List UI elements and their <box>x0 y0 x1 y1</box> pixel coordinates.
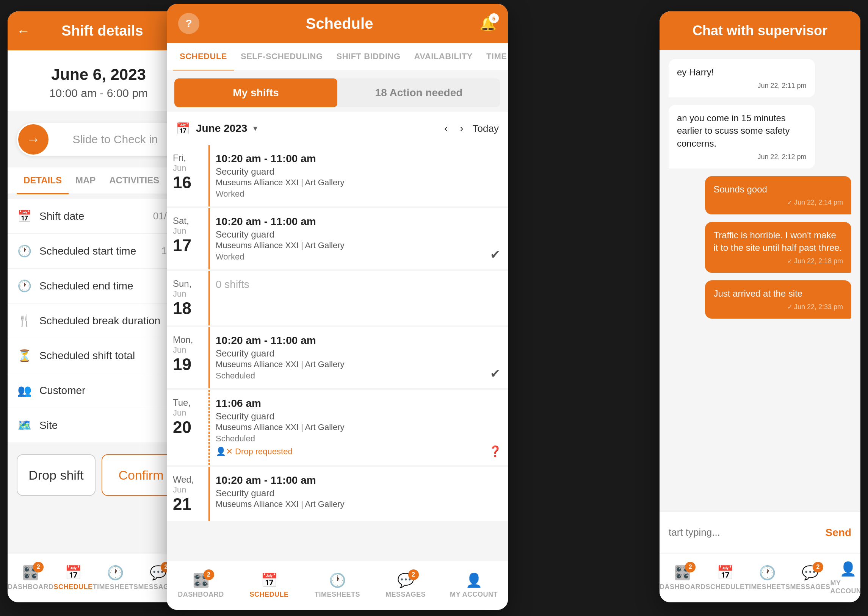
shift-row-sun-18: Sun, Jun 18 0 shifts <box>167 271 508 325</box>
msg-1-text: ey Harry! <box>677 66 807 79</box>
drop-icon: 👤✕ <box>216 447 233 457</box>
shift-bottom-nav: 🎛️2 DASHBOARD 📅 SCHEDULE 🕐 TIMESHEETS 💬2… <box>8 553 189 602</box>
month-navigation: 📅 June 2023 ▾ ‹ › Today <box>167 112 508 145</box>
shift-time-range: 10:00 am - 6:00 pm <box>17 87 180 100</box>
schedule-icon: 📅 <box>65 565 82 581</box>
nav-dashboard-label: DASHBOARD <box>8 583 54 591</box>
chat-schedule-icon: 📅 <box>717 565 734 581</box>
prev-month-button[interactable]: ‹ <box>441 119 451 138</box>
send-button[interactable]: Send <box>825 526 851 539</box>
sched-timesheets-label: TIMESHEETS <box>315 591 360 599</box>
msg-3: Sounds good ✓ Jun 22, 2:14 pm <box>705 176 851 214</box>
map-icon: 🗺️ <box>17 419 32 432</box>
tab-activities[interactable]: ACTIVITIES <box>102 167 166 194</box>
msg-4: Traffic is horrible. I won't make it to … <box>705 222 851 273</box>
tab-schedule[interactable]: SCHEDULE <box>173 43 234 71</box>
notification-button[interactable]: 🔔 5 <box>479 16 496 31</box>
sched-nav-messages[interactable]: 💬2 MESSAGES <box>372 572 440 599</box>
sched-messages-label: MESSAGES <box>386 591 426 599</box>
chat-nav-account[interactable]: 👤 MY ACCOUNT <box>830 561 860 595</box>
day-content-tue-20: 11:06 am Security guard Museums Alliance… <box>208 390 508 465</box>
chat-title: Chat with supervisor <box>669 23 851 39</box>
sched-schedule-label: SCHEDULE <box>249 591 288 599</box>
chat-input[interactable] <box>669 526 819 538</box>
notification-badge: 5 <box>489 13 499 23</box>
month-name: June 2023 <box>196 123 247 135</box>
my-shifts-toggle[interactable]: My shifts <box>174 79 337 107</box>
drop-shift-button[interactable]: Drop shift <box>17 454 96 496</box>
drop-help-icon[interactable]: ❓ <box>488 445 502 458</box>
shift-date-section: June 6, 2023 10:00 am - 6:00 pm <box>8 50 189 112</box>
chat-nav-messages[interactable]: 💬2 MESSAGES <box>790 565 830 591</box>
day-content-sat-17: 10:20 am - 11:00 am Security guard Museu… <box>208 208 508 269</box>
nav-dashboard[interactable]: 🎛️2 DASHBOARD <box>8 565 54 591</box>
clock-end-icon: 🕐 <box>17 279 32 292</box>
tab-time-off[interactable]: TIME OFF › <box>479 43 508 71</box>
day-label-wed-21: Wed, Jun 21 <box>167 467 208 521</box>
slide-label: Slide to Check in <box>50 133 180 146</box>
nav-schedule-label: SCHEDULE <box>54 583 93 591</box>
msg-3-text: Sounds good <box>714 183 843 196</box>
sched-nav-schedule[interactable]: 📅 SCHEDULE <box>235 572 303 599</box>
schedule-header: ? Schedule 🔔 5 <box>167 4 508 43</box>
tab-shift-bidding[interactable]: SHIFT BIDDING <box>330 43 408 71</box>
hourglass-icon: ⏳ <box>17 349 32 362</box>
timesheets-nav-icon: 🕐 <box>329 572 346 588</box>
end-time-row: 🕐 Scheduled end time 6:0 <box>8 269 189 303</box>
msg-5-text: Just arrived at the site <box>714 287 843 300</box>
dashboard-nav-icon: 🎛️2 <box>192 572 210 588</box>
site-row: 🗺️ Site Ga <box>8 408 189 443</box>
msg-1: ey Harry! Jun 22, 2:11 pm <box>669 59 815 97</box>
nav-timesheets-label: TIMESHEETS <box>93 583 139 591</box>
msg-1-time: Jun 22, 2:11 pm <box>677 81 807 91</box>
day-content-fri-16: 10:20 am - 11:00 am Security guard Museu… <box>208 145 508 206</box>
tab-details[interactable]: DETAILS <box>17 167 69 194</box>
shifts-list: Fri, Jun 16 10:20 am - 11:00 am Security… <box>167 145 508 610</box>
next-month-button[interactable]: › <box>457 119 466 138</box>
back-button[interactable]: ← <box>17 23 30 39</box>
tab-map[interactable]: MAP <box>69 167 102 194</box>
sched-nav-account[interactable]: 👤 MY ACCOUNT <box>440 572 508 599</box>
chat-account-label: MY ACCOUNT <box>830 579 860 595</box>
sched-nav-dashboard[interactable]: 🎛️2 DASHBOARD <box>167 572 235 599</box>
tab-availability[interactable]: AVAILABILITY <box>408 43 479 71</box>
customer-row: 👥 Customer De <box>8 373 189 408</box>
chat-messages-label: MESSAGES <box>790 583 830 591</box>
today-button[interactable]: Today <box>473 123 499 135</box>
day-label-fri-16: Fri, Jun 16 <box>167 145 208 206</box>
shift-row-mon-19: Mon, Jun 19 10:20 am - 11:00 am Security… <box>167 327 508 388</box>
schedule-panel: ? Schedule 🔔 5 SCHEDULE SELF-SCHEDULING … <box>167 4 508 610</box>
help-button[interactable]: ? <box>178 13 199 34</box>
shift-date: June 6, 2023 <box>17 66 180 84</box>
chat-nav-timesheets[interactable]: 🕐 TIMESHEETS <box>745 565 790 591</box>
shift-date-row: 📅 Shift date 01/01/ <box>8 199 189 234</box>
chat-nav-dashboard[interactable]: 🎛️2 DASHBOARD <box>660 565 706 591</box>
chat-nav-schedule[interactable]: 📅 SCHEDULE <box>706 565 745 591</box>
sched-nav-timesheets[interactable]: 🕐 TIMESHEETS <box>303 572 372 599</box>
msg-5-time: ✓ Jun 22, 2:33 pm <box>714 302 843 312</box>
shift-date-label: Shift date <box>39 210 145 222</box>
fork-icon: 🍴 <box>17 314 32 327</box>
msg-2-text: an you come in 15 minutes earlier to scu… <box>677 112 807 150</box>
shift-details-header: ← Shift details <box>8 11 189 50</box>
msg-4-text: Traffic is horrible. I won't make it to … <box>714 229 843 254</box>
month-dropdown-icon[interactable]: ▾ <box>253 124 257 134</box>
tab-self-scheduling[interactable]: SELF-SCHEDULING <box>234 43 330 71</box>
chat-panel: Chat with supervisor ey Harry! Jun 22, 2… <box>660 11 860 602</box>
nav-timesheets[interactable]: 🕐 TIMESHEETS <box>93 565 139 591</box>
msg-5: Just arrived at the site ✓ Jun 22, 2:33 … <box>705 280 851 319</box>
slide-check-in[interactable]: → Slide to Check in <box>17 123 180 156</box>
schedule-title: Schedule <box>199 15 479 32</box>
action-needed-toggle[interactable]: 18 Action needed <box>337 79 500 107</box>
arrow-icon: → <box>27 132 40 148</box>
day-content-wed-21: 10:20 am - 11:00 am Security guard Museu… <box>208 467 508 521</box>
clock-start-icon: 🕐 <box>17 244 32 258</box>
nav-schedule[interactable]: 📅 SCHEDULE <box>54 565 93 591</box>
action-buttons: Drop shift Confirm <box>17 454 180 496</box>
shift-details-panel: ← Shift details June 6, 2023 10:00 am - … <box>8 11 189 602</box>
schedule-nav-tabs: SCHEDULE SELF-SCHEDULING SHIFT BIDDING A… <box>167 43 508 71</box>
chat-timesheets-label: TIMESHEETS <box>745 583 790 591</box>
shift-toggle: My shifts 18 Action needed <box>174 79 500 107</box>
chat-messages-icon: 💬2 <box>802 565 819 581</box>
slide-button[interactable]: → <box>18 124 49 154</box>
